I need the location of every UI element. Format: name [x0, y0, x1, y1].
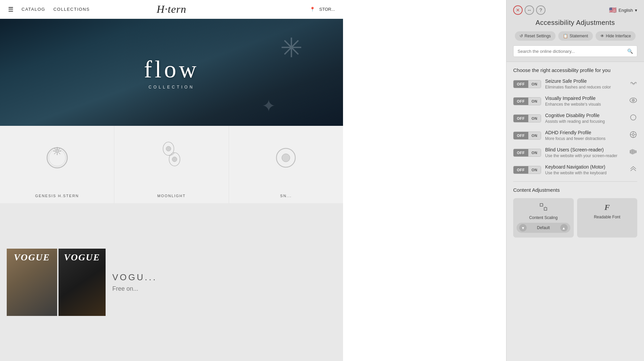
- header-right: 📍 STOR...: [310, 7, 335, 12]
- location-icon: 📍: [310, 7, 315, 12]
- content-scaling-increase[interactable]: ▴: [560, 224, 568, 231]
- panel-title: Accessibility Adjustments: [513, 19, 637, 27]
- content-scaling-label: Content Scaling: [529, 215, 558, 220]
- profile-row-cognitive: OFF ON Cognitive Disability Profile Assi…: [513, 113, 637, 124]
- hamburger-icon[interactable]: ☰: [8, 6, 13, 13]
- hide-interface-button[interactable]: 👁 Hide Interface: [596, 31, 636, 41]
- svg-point-6: [56, 150, 59, 152]
- profile-name-cognitive: Cognitive Disability Profile: [545, 113, 625, 118]
- svg-rect-25: [632, 149, 633, 154]
- toggle-off-seizure-safe[interactable]: OFF: [514, 80, 528, 88]
- toggle-group-blind: OFF ON: [513, 149, 541, 157]
- reset-label: Reset Settings: [525, 34, 551, 38]
- panel-body: Choose the right accessibility profile f…: [506, 62, 644, 361]
- profile-name-adhd: ADHD Friendly Profile: [545, 130, 625, 135]
- toggle-on-cognitive[interactable]: ON: [528, 115, 541, 122]
- svg-rect-27: [635, 150, 635, 153]
- toggle-on-adhd[interactable]: ON: [528, 132, 541, 139]
- toggle-on-blind[interactable]: ON: [528, 149, 541, 156]
- toggle-off-visually-impaired[interactable]: OFF: [514, 98, 528, 105]
- statement-button[interactable]: 📋 Statement: [558, 31, 593, 41]
- toggle-group-adhd: OFF ON: [513, 132, 541, 140]
- cognitive-icon: [629, 114, 637, 122]
- toggle-group-keyboard: OFF ON: [513, 166, 541, 174]
- hero-section: ✳ ✦ flow COLLECTION: [0, 19, 343, 126]
- panel-header: ✕ ↔ ? 🇺🇸 English ▾ Accessibility Adjustm…: [506, 0, 644, 62]
- close-button[interactable]: ✕: [513, 5, 523, 15]
- store-label[interactable]: STOR...: [319, 7, 335, 12]
- hero-text: flow COLLECTION: [144, 56, 199, 89]
- profile-desc-adhd: More focus and fewer distractions: [545, 136, 625, 141]
- site-logo[interactable]: H·tern: [157, 3, 187, 15]
- profile-name-keyboard: Keyboard Navigation (Motor): [545, 164, 625, 170]
- search-icon: 🔍: [627, 48, 633, 54]
- content-scaling-value: Default: [537, 225, 550, 230]
- profile-name-seizure-safe: Seizure Safe Profile: [545, 78, 625, 84]
- profile-info-blind: Blind Users (Screen-reader) Use the webs…: [545, 147, 625, 158]
- svg-rect-28: [636, 150, 637, 153]
- back-button[interactable]: ↔: [525, 5, 534, 15]
- product-image-1: [37, 133, 77, 183]
- profile-desc-blind: Use the website with your screen-reader: [545, 153, 625, 158]
- keyboard-icon: [629, 166, 637, 174]
- svg-rect-29: [540, 204, 543, 206]
- product-card-2[interactable]: MOONLIGHT: [114, 126, 229, 203]
- toggle-off-adhd[interactable]: OFF: [514, 132, 528, 139]
- content-scaling-decrease[interactable]: ▾: [519, 224, 527, 231]
- profile-row-blind: OFF ON Blind Users (Screen-reader) Use t…: [513, 147, 637, 158]
- svg-point-9: [166, 146, 171, 151]
- profile-row-keyboard: OFF ON Keyboard Navigation (Motor) Use t…: [513, 164, 637, 175]
- accessibility-panel: ✕ ↔ ? 🇺🇸 English ▾ Accessibility Adjustm…: [506, 0, 644, 361]
- hero-title: flow: [144, 56, 199, 83]
- vogue-text: VOGU... Free on...: [112, 272, 157, 292]
- profile-info-adhd: ADHD Friendly Profile More focus and few…: [545, 130, 625, 141]
- profile-row-seizure-safe: OFF ON Seizure Safe Profile Eliminates f…: [513, 78, 637, 89]
- svg-rect-23: [630, 150, 631, 153]
- seizure-safe-icon: [629, 80, 637, 88]
- toggle-on-visually-impaired[interactable]: ON: [528, 98, 541, 105]
- profile-desc-seizure-safe: Eliminates flashes and reduces color: [545, 85, 625, 89]
- readable-font-card[interactable]: F Readable Font: [577, 198, 638, 238]
- visually-impaired-icon: [629, 98, 637, 105]
- nav-collections[interactable]: COLLECTIONS: [53, 7, 90, 12]
- vogue-section: VOGUE VOGUE VOGU... Free on...: [0, 203, 343, 361]
- site-header: ☰ CATALOG COLLECTIONS H·tern 📍 STOR...: [0, 0, 343, 19]
- toggle-on-seizure-safe[interactable]: ON: [528, 80, 541, 88]
- product-name-1: GENESIS H.STERN: [35, 194, 79, 198]
- svg-point-10: [172, 157, 177, 161]
- chevron-down-icon: ▾: [635, 8, 637, 13]
- svg-rect-26: [634, 149, 634, 154]
- nav-catalog[interactable]: CATALOG: [22, 7, 45, 12]
- product-image-2: [151, 133, 192, 183]
- product-name-3: SN...: [280, 194, 292, 198]
- svg-rect-30: [544, 208, 547, 210]
- product-card-1[interactable]: GENESIS H.STERN: [0, 126, 114, 203]
- profile-info-cognitive: Cognitive Disability Profile Assists wit…: [545, 113, 625, 124]
- profile-name-visually-impaired: Visually Impaired Profile: [545, 96, 625, 101]
- profile-desc-keyboard: Use the website with the keyboard: [545, 171, 625, 175]
- panel-actions: ↺ Reset Settings 📋 Statement 👁 Hide Inte…: [513, 31, 637, 41]
- toggle-group-visually-impaired: OFF ON: [513, 97, 541, 105]
- profile-info-keyboard: Keyboard Navigation (Motor) Use the webs…: [545, 164, 625, 175]
- product-card-3[interactable]: SN...: [229, 126, 343, 203]
- profile-info-visually-impaired: Visually Impaired Profile Enhances the w…: [545, 96, 625, 107]
- panel-top-bar: ✕ ↔ ? 🇺🇸 English ▾: [513, 5, 637, 15]
- language-flag: 🇺🇸: [609, 6, 616, 14]
- search-input[interactable]: [518, 49, 624, 54]
- content-scaling-icon: [539, 203, 547, 213]
- reset-settings-button[interactable]: ↺ Reset Settings: [515, 31, 556, 41]
- toggle-off-keyboard[interactable]: OFF: [514, 166, 528, 174]
- toggle-on-keyboard[interactable]: ON: [528, 166, 541, 174]
- content-scaling-stepper: ▾ Default ▴: [517, 223, 570, 233]
- language-selector[interactable]: 🇺🇸 English ▾: [609, 6, 637, 14]
- hide-icon: 👁: [600, 34, 604, 38]
- toggle-group-seizure-safe: OFF ON: [513, 80, 541, 88]
- help-button[interactable]: ?: [536, 5, 545, 15]
- statement-icon: 📋: [563, 34, 568, 38]
- svg-point-15: [633, 100, 634, 101]
- content-adjustments-title: Content Adjustments: [513, 187, 637, 193]
- readable-font-icon: F: [604, 203, 610, 212]
- toggle-off-cognitive[interactable]: OFF: [514, 115, 528, 122]
- toggle-off-blind[interactable]: OFF: [514, 149, 528, 156]
- readable-font-label: Readable Font: [594, 215, 620, 219]
